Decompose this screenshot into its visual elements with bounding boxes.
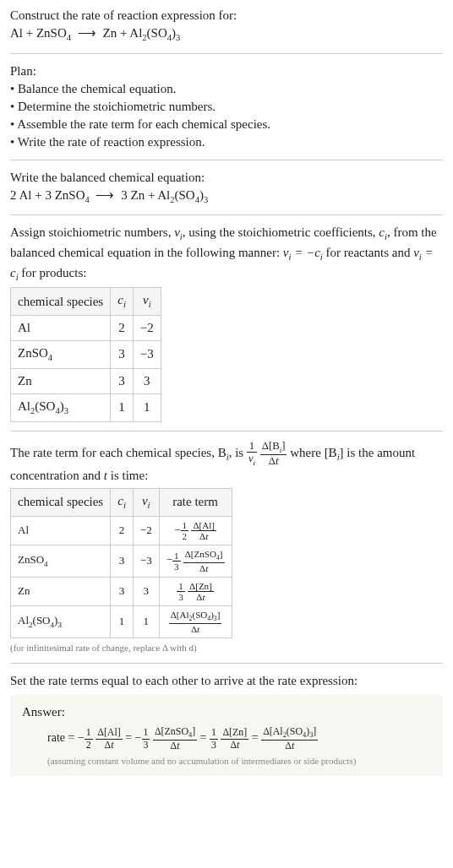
divider (10, 663, 443, 664)
table-header-row: chemical species ci νi (11, 288, 161, 316)
final-title: Set the rate terms equal to each other t… (10, 672, 443, 690)
prompt-equation: Al + ZnSO4 ⟶ Zn + Al2(SO4)3 (10, 24, 443, 45)
cell-species: Zn (11, 577, 111, 605)
nu-i: νi (174, 225, 183, 239)
table-header-row: chemical species ci νi rate term (11, 488, 232, 516)
cell-nu: −2 (133, 516, 159, 545)
col-c: ci (111, 488, 134, 516)
table-row: Zn 3 3 13 Δ[Zn]Δt (11, 577, 232, 605)
cell-rate: Δ[Al2(SO4)3]Δt (159, 605, 232, 637)
cell-species: ZnSO4 (11, 545, 111, 577)
cell-species: Al (11, 516, 111, 545)
col-nu: νi (133, 488, 159, 516)
cell-c: 2 (111, 316, 134, 341)
cell-species: Al (11, 316, 111, 341)
plan-item: Balance the chemical equation. (10, 80, 443, 98)
col-species: chemical species (11, 488, 111, 516)
divider (10, 160, 443, 160)
rateterm-table: chemical species ci νi rate term Al 2 −2… (10, 488, 232, 638)
plan-list: Balance the chemical equation. Determine… (10, 80, 443, 151)
cell-rate: −12 Δ[Al]Δt (159, 516, 232, 545)
cell-nu: 1 (133, 393, 161, 421)
col-species: chemical species (11, 288, 111, 316)
text: for products: (19, 266, 87, 279)
relation: νi = −ci (283, 246, 323, 259)
final-section: Set the rate terms equal to each other t… (10, 672, 443, 776)
text: , is (229, 445, 247, 458)
cell-c: 3 (111, 577, 134, 605)
cell-c: 1 (111, 393, 134, 421)
cell-c: 1 (111, 605, 134, 637)
text: Assign stoichiometric numbers, (10, 225, 174, 239)
text: is time: (107, 469, 148, 482)
balanced-title: Write the balanced chemical equation: (10, 169, 443, 187)
cell-c: 2 (111, 516, 134, 545)
answer-note: (assuming constant volume and no accumul… (22, 755, 431, 768)
divider (10, 431, 443, 431)
table-row: Al 2 −2 (11, 316, 161, 341)
prompt-section: Construct the rate of reaction expressio… (10, 7, 443, 45)
col-nu: νi (133, 288, 161, 316)
cell-nu: −3 (133, 341, 161, 369)
plan-item: Determine the stoichiometric numbers. (10, 98, 443, 116)
cell-species: ZnSO4 (11, 341, 111, 369)
plan-item: Assemble the rate term for each chemical… (10, 116, 443, 133)
plan-item: Write the rate of reaction expression. (10, 133, 443, 151)
cell-c: 3 (111, 545, 134, 577)
text: where [B (290, 445, 336, 458)
answer-formula: rate = −12 Δ[Al]Δt = −13 Δ[ZnSO4]Δt = 13… (22, 726, 431, 751)
stoich-section: Assign stoichiometric numbers, νi, using… (10, 224, 443, 421)
cell-c: 3 (111, 341, 134, 369)
text: for reactants and (323, 246, 413, 259)
table-row: Al 2 −2 −12 Δ[Al]Δt (11, 516, 232, 545)
stoich-intro: Assign stoichiometric numbers, νi, using… (10, 224, 443, 284)
stoich-table: chemical species ci νi Al 2 −2 ZnSO4 3 −… (10, 287, 161, 421)
cell-nu: −3 (133, 545, 159, 577)
table-row: ZnSO4 3 −3 (11, 341, 161, 369)
eq-text: 2 Al + 3 ZnSO4 ⟶ 3 Zn + Al2(SO4)3 (10, 188, 208, 202)
cell-nu: −2 (133, 316, 161, 341)
cell-species: Al2(SO4)3 (11, 605, 111, 637)
cell-species: Al2(SO4)3 (11, 393, 111, 421)
prompt-title: Construct the rate of reaction expressio… (10, 7, 443, 24)
frac-one-over-nu: 1νi (247, 440, 257, 467)
table-row: Al2(SO4)3 1 1 Δ[Al2(SO4)3]Δt (11, 605, 232, 637)
rateterm-note: (for infinitesimal rate of change, repla… (10, 642, 443, 654)
cell-nu: 3 (133, 368, 161, 393)
divider (10, 214, 443, 215)
rate-label: rate = (47, 731, 78, 744)
balanced-equation: 2 Al + 3 ZnSO4 ⟶ 3 Zn + Al2(SO4)3 (10, 187, 443, 207)
balanced-section: Write the balanced chemical equation: 2 … (10, 169, 443, 207)
table-row: Al2(SO4)3 1 1 (11, 393, 161, 421)
cell-rate: −13 Δ[ZnSO4]Δt (159, 545, 232, 577)
table-row: ZnSO4 3 −3 −13 Δ[ZnSO4]Δt (11, 545, 232, 577)
divider (10, 53, 443, 54)
cell-nu: 3 (133, 577, 159, 605)
cell-species: Zn (11, 368, 111, 393)
answer-label: Answer: (22, 703, 431, 721)
c-i: ci (379, 225, 387, 239)
plan-section: Plan: Balance the chemical equation. Det… (10, 62, 443, 151)
rateterm-intro: The rate term for each chemical species,… (10, 440, 443, 485)
frac-delta-b: Δ[Bi]Δt (260, 440, 287, 467)
text: , using the stoichiometric coefficients, (183, 225, 379, 239)
rateterm-section: The rate term for each chemical species,… (10, 440, 443, 655)
plan-title: Plan: (10, 62, 443, 80)
text: The rate term for each chemical species,… (10, 445, 226, 458)
col-c: ci (111, 288, 134, 316)
cell-nu: 1 (133, 605, 159, 637)
cell-rate: 13 Δ[Zn]Δt (159, 577, 232, 605)
table-row: Zn 3 3 (11, 368, 161, 393)
answer-box: Answer: rate = −12 Δ[Al]Δt = −13 Δ[ZnSO4… (10, 695, 443, 776)
eq-text: Al + ZnSO4 ⟶ Zn + Al2(SO4)3 (10, 26, 180, 40)
cell-c: 3 (111, 368, 134, 393)
col-rate: rate term (159, 488, 232, 516)
